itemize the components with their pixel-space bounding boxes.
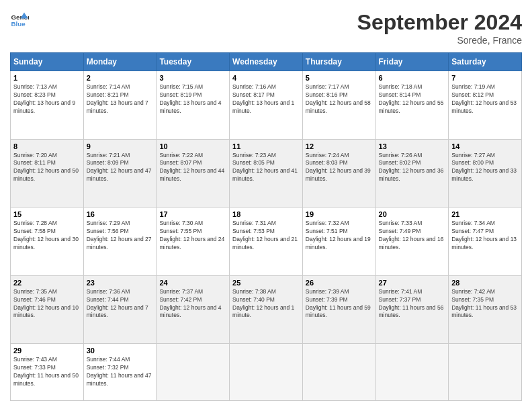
week-row-3: 15 Sunrise: 7:28 AMSunset: 7:58 PMDaylig… xyxy=(11,208,522,276)
day-18: 18 Sunrise: 7:31 AMSunset: 7:53 PMDaylig… xyxy=(230,208,303,276)
calendar-table: Sunday Monday Tuesday Wednesday Thursday… xyxy=(10,52,522,401)
day-16: 16 Sunrise: 7:29 AMSunset: 7:56 PMDaylig… xyxy=(83,208,157,276)
calendar-header-row: Sunday Monday Tuesday Wednesday Thursday… xyxy=(11,53,522,71)
page: General Blue September 2024 Sorede, Fran… xyxy=(0,0,532,411)
day-20: 20 Sunrise: 7:33 AMSunset: 7:49 PMDaylig… xyxy=(375,208,449,276)
day-19: 19 Sunrise: 7:32 AMSunset: 7:51 PMDaylig… xyxy=(302,208,375,276)
col-tuesday: Tuesday xyxy=(157,53,230,71)
col-friday: Friday xyxy=(375,53,449,71)
day-24: 24 Sunrise: 7:37 AMSunset: 7:42 PMDaylig… xyxy=(157,275,230,344)
day-23: 23 Sunrise: 7:36 AMSunset: 7:44 PMDaylig… xyxy=(83,275,157,344)
day-5: 5 Sunrise: 7:17 AMSunset: 8:16 PMDayligh… xyxy=(302,71,375,140)
col-sunday: Sunday xyxy=(11,53,84,71)
empty-cell-2 xyxy=(230,344,303,401)
day-15: 15 Sunrise: 7:28 AMSunset: 7:58 PMDaylig… xyxy=(11,208,84,276)
day-2: 2 Sunrise: 7:14 AMSunset: 8:21 PMDayligh… xyxy=(83,71,157,140)
empty-cell-4 xyxy=(375,344,449,401)
day-6: 6 Sunrise: 7:18 AMSunset: 8:14 PMDayligh… xyxy=(375,71,449,140)
day-7: 7 Sunrise: 7:19 AMSunset: 8:12 PMDayligh… xyxy=(449,71,522,140)
day-29: 29 Sunrise: 7:43 AMSunset: 7:33 PMDaylig… xyxy=(11,344,84,401)
week-row-4: 22 Sunrise: 7:35 AMSunset: 7:46 PMDaylig… xyxy=(11,275,522,344)
day-8: 8 Sunrise: 7:20 AMSunset: 8:11 PMDayligh… xyxy=(11,139,84,208)
week-row-1: 1 Sunrise: 7:13 AMSunset: 8:23 PMDayligh… xyxy=(11,71,522,140)
logo: General Blue xyxy=(10,10,29,29)
day-14: 14 Sunrise: 7:27 AMSunset: 8:00 PMDaylig… xyxy=(449,139,522,208)
logo-icon: General Blue xyxy=(10,10,29,29)
day-3: 3 Sunrise: 7:15 AMSunset: 8:19 PMDayligh… xyxy=(157,71,230,140)
day-1: 1 Sunrise: 7:13 AMSunset: 8:23 PMDayligh… xyxy=(11,71,84,140)
day-17: 17 Sunrise: 7:30 AMSunset: 7:55 PMDaylig… xyxy=(157,208,230,276)
location: Sorede, France xyxy=(357,35,522,46)
day-22: 22 Sunrise: 7:35 AMSunset: 7:46 PMDaylig… xyxy=(11,275,84,344)
day-12: 12 Sunrise: 7:24 AMSunset: 8:03 PMDaylig… xyxy=(302,139,375,208)
day-25: 25 Sunrise: 7:38 AMSunset: 7:40 PMDaylig… xyxy=(230,275,303,344)
week-row-5: 29 Sunrise: 7:43 AMSunset: 7:33 PMDaylig… xyxy=(11,344,522,401)
col-monday: Monday xyxy=(83,53,157,71)
day-21: 21 Sunrise: 7:34 AMSunset: 7:47 PMDaylig… xyxy=(449,208,522,276)
day-30: 30 Sunrise: 7:44 AMSunset: 7:32 PMDaylig… xyxy=(83,344,157,401)
day-13: 13 Sunrise: 7:26 AMSunset: 8:02 PMDaylig… xyxy=(375,139,449,208)
col-saturday: Saturday xyxy=(449,53,522,71)
day-28: 28 Sunrise: 7:42 AMSunset: 7:35 PMDaylig… xyxy=(449,275,522,344)
month-title: September 2024 xyxy=(357,10,522,35)
title-block: September 2024 Sorede, France xyxy=(357,10,522,46)
empty-cell-5 xyxy=(449,344,522,401)
day-26: 26 Sunrise: 7:39 AMSunset: 7:39 PMDaylig… xyxy=(302,275,375,344)
svg-text:Blue: Blue xyxy=(11,20,26,28)
col-wednesday: Wednesday xyxy=(230,53,303,71)
day-10: 10 Sunrise: 7:22 AMSunset: 8:07 PMDaylig… xyxy=(157,139,230,208)
header: General Blue September 2024 Sorede, Fran… xyxy=(10,10,522,46)
day-27: 27 Sunrise: 7:41 AMSunset: 7:37 PMDaylig… xyxy=(375,275,449,344)
day-11: 11 Sunrise: 7:23 AMSunset: 8:05 PMDaylig… xyxy=(230,139,303,208)
week-row-2: 8 Sunrise: 7:20 AMSunset: 8:11 PMDayligh… xyxy=(11,139,522,208)
col-thursday: Thursday xyxy=(302,53,375,71)
empty-cell-1 xyxy=(157,344,230,401)
day-4: 4 Sunrise: 7:16 AMSunset: 8:17 PMDayligh… xyxy=(230,71,303,140)
empty-cell-3 xyxy=(302,344,375,401)
day-9: 9 Sunrise: 7:21 AMSunset: 8:09 PMDayligh… xyxy=(83,139,157,208)
